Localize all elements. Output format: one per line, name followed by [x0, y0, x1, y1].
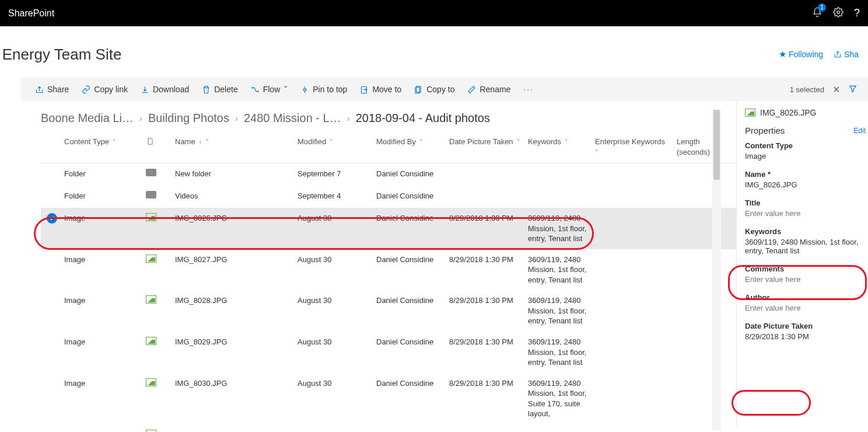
table-row[interactable]: ImageIMG_8027.JPGAugust 30Daniel Considi… — [41, 249, 736, 291]
cell-name[interactable]: Videos — [175, 191, 298, 201]
cell-name[interactable]: IMG_8029.JPG — [175, 337, 298, 347]
selection-count: 1 selected — [790, 85, 824, 94]
clear-selection-button[interactable]: ✕ — [832, 84, 840, 95]
copy-link-button[interactable]: Copy link — [82, 85, 128, 94]
column-headers: Content Type ˅ Name ↑ ˅ Modified ˅ Modif… — [41, 133, 736, 163]
cell-modified-by: Daniel Considine — [376, 169, 449, 179]
cell-keywords: 3609/119, 2480 Mission, 1st floor, entry… — [528, 295, 595, 326]
prop-keywords[interactable]: Keywords 3609/119, 2480 Mission, 1st flo… — [745, 227, 868, 255]
cell-keywords: 3609/119, 2480 Mission, 1st floor, Suite… — [528, 378, 595, 419]
copy-to-button[interactable]: Copy to — [414, 85, 454, 94]
breadcrumb-item[interactable]: Boone Media Li… — [41, 112, 134, 125]
prop-date-picture[interactable]: Date Picture Taken 8/29/2018 1:30 PM — [745, 322, 868, 341]
cell-modified-by: Daniel Considine — [376, 295, 449, 306]
table-row[interactable]: ImageIMG_8030.JPGAugust 30Daniel Considi… — [41, 373, 736, 424]
cell-modified-by: Daniel Considine — [376, 255, 449, 265]
prop-title[interactable]: Title Enter value here — [745, 198, 868, 218]
cell-date-picture: 8/29/2018 1:56 PM — [449, 430, 528, 432]
col-name[interactable]: Name ↑ ˅ — [175, 137, 298, 147]
cell-name[interactable]: New folder — [175, 169, 298, 179]
col-ent-keywords[interactable]: Enterprise Keywords ˅ — [595, 137, 677, 157]
col-date-picture[interactable]: Date Picture Taken ˅ — [449, 137, 528, 147]
share-site-button[interactable]: Sha — [834, 50, 859, 59]
notifications-icon[interactable]: 1 — [812, 7, 822, 20]
cell-content-type: Image — [64, 337, 146, 347]
image-icon — [146, 295, 175, 306]
move-to-button[interactable]: Move to — [360, 85, 401, 94]
cell-modified: August 30 — [298, 337, 376, 347]
more-button[interactable]: ··· — [523, 85, 534, 94]
breadcrumb-item[interactable]: Building Photos — [148, 112, 229, 125]
col-keywords[interactable]: Keywords ˅ — [528, 137, 595, 147]
cell-modified-by: Daniel Considine — [376, 430, 449, 432]
cell-date-picture: 8/29/2018 1:30 PM — [449, 337, 528, 347]
cell-name[interactable]: IMG_8028.JPG — [175, 295, 298, 306]
pin-to-top-button[interactable]: Pin to top — [300, 85, 347, 94]
cell-name[interactable]: IMG_8026.JPG — [175, 213, 298, 224]
edit-all-button[interactable]: Edit — [853, 127, 866, 135]
cell-content-type: Folder — [64, 169, 146, 179]
cell-keywords: 3609/119, 2480 Mission, 1st floor, entry… — [528, 213, 595, 244]
help-icon[interactable]: ? — [854, 7, 860, 19]
cell-modified: August 30 — [298, 295, 376, 306]
cell-modified: August 30 — [298, 255, 376, 265]
col-content-type[interactable]: Content Type ˅ — [64, 137, 146, 147]
image-icon — [146, 213, 175, 224]
sort-up-icon: ↑ — [197, 138, 202, 145]
scrollbar[interactable] — [712, 110, 721, 431]
prop-comments[interactable]: Comments Enter value here — [745, 264, 868, 284]
rename-button[interactable]: Rename — [467, 85, 510, 94]
filter-icon[interactable] — [848, 84, 858, 95]
prop-content-type[interactable]: Content Type Image — [745, 141, 868, 161]
table-row[interactable]: FolderNew folderSeptember 7Daniel Consid… — [41, 163, 736, 186]
delete-button[interactable]: Delete — [202, 85, 237, 94]
site-header: e Energy Team Site ★Following Sha — [0, 26, 868, 78]
col-modified[interactable]: Modified ˅ — [298, 137, 376, 147]
prop-author[interactable]: Author Enter value here — [745, 293, 868, 312]
download-button[interactable]: Download — [141, 85, 189, 94]
table-row[interactable]: FolderVideosSeptember 4Daniel Considine — [41, 186, 736, 208]
cell-content-type: Image — [64, 255, 146, 265]
cell-modified: August 30 — [298, 213, 376, 224]
cell-date-picture: 8/29/2018 1:30 PM — [449, 255, 528, 265]
table-row[interactable]: ImageIMG_8031.JPGAugust 30Daniel Considi… — [41, 424, 736, 432]
flow-button[interactable]: Flow ˅ — [251, 85, 288, 94]
settings-icon[interactable] — [833, 7, 844, 20]
folder-icon — [146, 191, 175, 201]
breadcrumb-item[interactable]: 2480 Mission - L… — [244, 112, 341, 125]
chevron-right-icon: › — [235, 113, 238, 123]
file-list: Content Type ˅ Name ↑ ˅ Modified ˅ Modif… — [41, 133, 736, 432]
app-name[interactable]: SharePoint — [8, 8, 54, 19]
image-icon — [146, 255, 175, 266]
cell-name[interactable]: IMG_8027.JPG — [175, 255, 298, 265]
cell-keywords: 3609/119, 2480 Mission, 1st floor, entry… — [528, 255, 595, 285]
site-title: e Energy Team Site — [0, 46, 121, 64]
cell-date-picture: 8/29/2018 1:30 PM — [449, 378, 528, 389]
col-type-icon[interactable] — [146, 137, 175, 149]
notif-badge: 1 — [818, 4, 826, 12]
cell-modified: August 30 — [298, 378, 376, 389]
cell-modified-by: Daniel Considine — [376, 378, 449, 389]
cell-modified-by: Daniel Considine — [376, 213, 449, 224]
cell-name[interactable]: IMG_8030.JPG — [175, 378, 298, 389]
image-icon — [146, 378, 175, 389]
chevron-down-icon: ˅ — [204, 138, 209, 145]
col-modified-by[interactable]: Modified By ˅ — [376, 137, 449, 147]
cell-name[interactable]: IMG_8031.JPG — [175, 430, 298, 432]
chevron-down-icon: ˅ — [563, 138, 568, 145]
breadcrumb: Boone Media Li… › Building Photos › 2480… — [21, 101, 736, 133]
cell-content-type: Image — [64, 295, 146, 306]
table-row[interactable]: ✓ImageIMG_8026.JPGAugust 30Daniel Consid… — [41, 208, 736, 249]
details-file-title: IMG_8026.JPG — [745, 108, 868, 117]
table-row[interactable]: ImageIMG_8028.JPGAugust 30Daniel Considi… — [41, 290, 736, 332]
cell-keywords: 3609/119, 2480 Mission, 1st floor, entry… — [528, 337, 595, 368]
cell-date-picture: 8/29/2018 1:30 PM — [449, 295, 528, 306]
row-selected-check-icon[interactable]: ✓ — [47, 213, 57, 224]
table-row[interactable]: ImageIMG_8029.JPGAugust 30Daniel Considi… — [41, 332, 736, 373]
share-button[interactable]: Share — [35, 85, 69, 94]
follow-button[interactable]: ★Following — [779, 49, 823, 60]
folder-icon — [146, 169, 175, 179]
cell-content-type: Image — [64, 378, 146, 389]
prop-name[interactable]: Name * IMG_8026.JPG — [745, 170, 868, 189]
cell-modified: September 4 — [298, 191, 376, 201]
